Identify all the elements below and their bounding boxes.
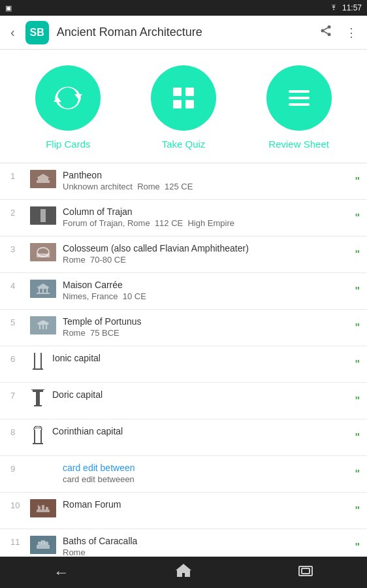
svg-rect-41	[42, 505, 44, 510]
list-item[interactable]: 2 Column of Trajan Forum of Trajan, Rome…	[0, 200, 367, 237]
list-item[interactable]: 6 Ionic capital "	[0, 346, 367, 383]
back-nav-button[interactable]: ←	[38, 558, 85, 587]
item-content: Doric capital	[52, 389, 349, 400]
item-title: Maison Carrée	[63, 280, 349, 290]
take-quiz-button[interactable]: Take Quiz	[151, 65, 216, 150]
take-quiz-label: Take Quiz	[162, 139, 206, 150]
list-item[interactable]: 8 Corinthian capital "	[0, 419, 367, 456]
svg-rect-36	[34, 430, 35, 443]
item-content: Pantheon Unknown architect Rome 125 CE	[63, 170, 349, 191]
status-bar-left: ▣	[5, 4, 12, 12]
time-display: 11:57	[342, 3, 362, 12]
grid-icon	[168, 82, 199, 114]
svg-marker-14	[37, 174, 50, 178]
item-number: 5	[10, 318, 24, 327]
svg-rect-5	[173, 88, 182, 96]
svg-rect-20	[39, 289, 40, 293]
more-icon[interactable]: "	[355, 468, 359, 480]
back-button[interactable]: ‹	[5, 20, 20, 45]
list-item[interactable]: 10 Roman Forum "	[0, 493, 367, 529]
home-nav-button[interactable]	[160, 559, 207, 586]
item-thumbnail	[30, 280, 56, 298]
more-icon[interactable]: ⋮	[340, 20, 362, 45]
flip-cards-circle	[35, 65, 101, 131]
svg-point-2	[328, 33, 331, 36]
item-subtitle: Nimes, France 10 CE	[63, 291, 349, 301]
more-icon[interactable]: "	[355, 212, 359, 224]
list-item[interactable]: 5 Temple of Portunus Rome 75 BCE "	[0, 310, 367, 346]
svg-rect-29	[34, 353, 35, 368]
svg-marker-24	[37, 320, 50, 323]
recents-nav-button[interactable]	[282, 559, 329, 586]
item-content: Temple of Portunus Rome 75 BCE	[63, 316, 349, 338]
action-section: Flip Cards Take Quiz Review Sheet	[0, 50, 367, 163]
more-icon[interactable]: "	[355, 432, 359, 444]
svg-rect-9	[289, 90, 310, 93]
more-icon[interactable]: "	[355, 359, 359, 370]
item-subtitle: Unknown architect Rome 125 CE	[63, 182, 349, 191]
item-thumbnail	[30, 206, 56, 225]
flip-cards-button[interactable]: Flip Cards	[35, 65, 101, 150]
more-icon[interactable]: "	[355, 176, 359, 188]
app-icon: ▣	[5, 4, 12, 12]
app-bar: ‹ SB Ancient Roman Architecture ⋮	[0, 16, 367, 50]
item-thumbnail	[30, 243, 56, 261]
svg-rect-35	[34, 405, 42, 406]
list-item[interactable]: 7 Doric capital "	[0, 383, 367, 419]
more-icon[interactable]: "	[355, 395, 359, 407]
svg-rect-34	[31, 389, 44, 390]
item-number: 4	[10, 281, 24, 291]
svg-rect-23	[37, 293, 50, 294]
item-title: Doric capital	[52, 389, 349, 400]
item-content: Ionic capital	[52, 353, 349, 363]
refresh-icon	[52, 82, 84, 114]
item-subtitle: card edit betweeen	[63, 474, 349, 484]
more-icon[interactable]: "	[355, 505, 359, 517]
item-title: Corinthian capital	[52, 426, 349, 436]
list-item[interactable]: 4 Maison Carrée Nimes, France 10 CE "	[0, 273, 367, 310]
svg-rect-42	[46, 507, 48, 510]
svg-marker-48	[176, 564, 191, 577]
take-quiz-circle	[151, 65, 216, 131]
list-icon	[283, 82, 315, 114]
svg-line-3	[324, 31, 328, 33]
more-icon[interactable]: "	[355, 322, 359, 334]
list-item[interactable]: 9 card edit between card edit betweeen "	[0, 456, 367, 493]
svg-rect-40	[38, 506, 40, 510]
item-title: card edit between	[63, 463, 349, 473]
item-number: 1	[10, 171, 24, 181]
svg-rect-15	[40, 209, 46, 222]
item-title: Column of Trajan	[63, 206, 349, 217]
list-item[interactable]: 3 Colosseum (also called Flavian Amphith…	[0, 237, 367, 273]
doric-capital-icon	[30, 389, 46, 408]
svg-rect-25	[38, 323, 48, 325]
more-icon[interactable]: "	[355, 286, 359, 297]
item-content: Baths of Caracalla Rome	[63, 536, 349, 557]
item-number: 10	[10, 500, 24, 510]
review-sheet-circle	[266, 65, 332, 131]
svg-rect-31	[33, 368, 43, 370]
svg-rect-19	[38, 287, 48, 289]
svg-rect-12	[37, 180, 50, 183]
item-title: Temple of Portunus	[63, 316, 349, 327]
item-thumbnail	[30, 316, 56, 335]
svg-rect-8	[185, 100, 194, 108]
share-icon[interactable]	[314, 19, 338, 46]
flip-cards-label: Flip Cards	[46, 139, 90, 150]
list-item[interactable]: 11 Baths of Caracalla Rome "	[0, 529, 367, 557]
svg-rect-22	[46, 289, 48, 293]
svg-rect-21	[42, 289, 44, 293]
item-subtitle: Forum of Trajan, Rome 112 CE High Empire	[63, 218, 349, 228]
more-icon[interactable]: "	[355, 249, 359, 261]
svg-rect-33	[33, 390, 43, 392]
item-content: Colosseum (also called Flavian Amphithea…	[63, 243, 349, 265]
item-number: 11	[10, 537, 24, 547]
item-thumbnail	[30, 499, 56, 517]
ionic-capital-icon	[30, 353, 46, 371]
item-content: card edit between card edit betweeen	[63, 463, 349, 484]
list-item[interactable]: 1 Pantheon Unknown architect Rome 125 CE…	[0, 163, 367, 200]
review-sheet-button[interactable]: Review Sheet	[266, 65, 332, 150]
corinthian-capital-icon	[30, 426, 46, 444]
more-icon[interactable]: "	[355, 542, 359, 553]
item-number: 9	[10, 464, 24, 474]
